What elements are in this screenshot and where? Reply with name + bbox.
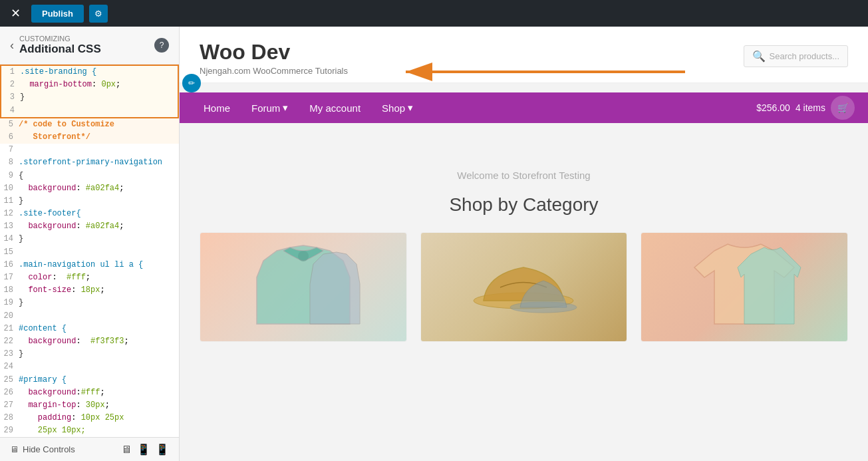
code-line-3: 3 } xyxy=(1,91,178,104)
sidebar-bottom: 🖥 Hide Controls 🖥 📱 📱 xyxy=(0,437,179,461)
code-line-20: 20 xyxy=(0,310,179,323)
tablet-preview-button[interactable]: 📱 xyxy=(137,443,150,456)
main-layout: ‹ Customizing Additional CSS ? 1 .site-b… xyxy=(0,27,868,461)
code-line-1: 1 .site-branding { xyxy=(1,66,178,78)
code-line-27: 27 margin-top: 30px; xyxy=(0,399,179,412)
publish-button[interactable]: Publish xyxy=(31,5,84,23)
code-line-19: 19 } xyxy=(0,297,179,309)
help-button[interactable]: ? xyxy=(154,38,169,53)
code-line-28: 28 padding: 10px 25px xyxy=(0,412,179,424)
code-line-9: 9 { xyxy=(0,170,179,182)
search-placeholder: Search products... xyxy=(770,51,840,61)
arrow-annotation xyxy=(386,52,705,94)
site-branding: Woo Dev Njengah.com WooCommerce Tutorial… xyxy=(200,40,348,76)
customizing-label: Customizing xyxy=(19,35,101,43)
code-line-11: 11 } xyxy=(0,195,179,208)
code-line-13: 13 background: #a02fa4; xyxy=(0,220,179,233)
code-line-14: 14 } xyxy=(0,233,179,245)
code-line-12: 12 .site-footer{ xyxy=(0,208,179,220)
product-card-3[interactable] xyxy=(641,232,848,342)
edit-pencil-button[interactable]: ✏ xyxy=(182,74,201,92)
nav-links: Home Forum ▾ My account Shop ▾ xyxy=(193,92,424,123)
code-line-7: 7 xyxy=(0,144,179,156)
nav-link-home[interactable]: Home xyxy=(193,93,241,123)
code-line-23: 23 } xyxy=(0,348,179,361)
code-line-2: 2 margin-bottom: 0px; xyxy=(1,78,178,91)
search-icon: 🔍 xyxy=(752,50,766,63)
svg-point-1 xyxy=(298,251,309,261)
site-content: Welcome to Storefront Testing Shop by Ca… xyxy=(180,123,868,362)
code-line-18: 18 font-size: 18px; xyxy=(0,284,179,297)
code-normal-block: 5 /* code to Customize 6 Storefront*/ 7 … xyxy=(0,118,179,437)
code-line-22: 22 background: #f3f3f3; xyxy=(0,335,179,348)
code-line-24: 24 xyxy=(0,361,179,373)
code-line-29: 29 25px 10px; xyxy=(0,424,179,437)
code-line-5: 5 /* code to Customize xyxy=(0,118,179,131)
nav-link-forum[interactable]: Forum ▾ xyxy=(241,92,299,123)
code-highlighted-block: 1 .site-branding { 2 margin-bottom: 0px;… xyxy=(0,65,179,118)
welcome-text: Welcome to Storefront Testing xyxy=(200,143,848,194)
code-line-8: 8 .storefront-primary-navigation xyxy=(0,156,179,169)
gear-button[interactable]: ⚙ xyxy=(89,5,108,23)
nav-link-shop[interactable]: Shop ▾ xyxy=(371,92,424,123)
code-line-17: 17 color: #fff; xyxy=(0,271,179,284)
hide-controls-button[interactable]: 🖥 Hide Controls xyxy=(10,444,75,454)
nav-link-myaccount[interactable]: My account xyxy=(299,93,371,123)
sidebar: ‹ Customizing Additional CSS ? 1 .site-b… xyxy=(0,27,180,461)
site-nav: Home Forum ▾ My account Shop ▾ $256.00 4… xyxy=(180,92,868,123)
code-editor[interactable]: 1 .site-branding { 2 margin-bottom: 0px;… xyxy=(0,65,179,437)
code-line-4: 4 xyxy=(1,104,178,117)
shop-heading: Shop by Category xyxy=(200,194,848,216)
top-bar: ✕ Publish ⚙ xyxy=(0,0,868,27)
product-card-img-3 xyxy=(641,233,847,341)
header-search[interactable]: 🔍 Search products... xyxy=(744,45,849,67)
site-title: Woo Dev xyxy=(200,40,348,65)
monitor-icon: 🖥 xyxy=(10,444,19,454)
product-card-img-1 xyxy=(200,233,406,341)
sidebar-header-left: ‹ Customizing Additional CSS xyxy=(10,35,101,56)
site-tagline: Njengah.com WooCommerce Tutorials xyxy=(200,66,348,76)
code-line-25: 25 #primary { xyxy=(0,374,179,386)
product-card-2[interactable] xyxy=(420,232,628,342)
cart-price: $256.00 xyxy=(756,102,790,113)
product-grid xyxy=(200,232,848,342)
code-line-15: 15 xyxy=(0,246,179,259)
cart-area: $256.00 4 items 🛒 xyxy=(756,96,855,120)
forum-dropdown-icon: ▾ xyxy=(283,102,288,114)
back-button[interactable]: ‹ xyxy=(10,39,14,53)
code-line-6: 6 Storefront*/ xyxy=(0,131,179,144)
desktop-preview-button[interactable]: 🖥 xyxy=(121,443,132,456)
hide-controls-label: Hide Controls xyxy=(23,444,75,454)
product-card-img-2 xyxy=(421,233,627,341)
sidebar-title: Additional CSS xyxy=(19,43,101,56)
code-line-16: 16 .main-navigation ul li a { xyxy=(0,259,179,271)
preview-icons: 🖥 📱 📱 xyxy=(121,443,169,456)
preview-pane: Woo Dev Njengah.com WooCommerce Tutorial… xyxy=(180,27,868,461)
product-card-1[interactable] xyxy=(200,232,407,342)
sidebar-title-group: Customizing Additional CSS xyxy=(19,35,101,56)
close-button[interactable]: ✕ xyxy=(5,3,26,23)
cart-icon-button[interactable]: 🛒 xyxy=(831,96,855,120)
shop-dropdown-icon: ▾ xyxy=(408,102,413,114)
shop-heading-text: Shop by Category xyxy=(449,194,598,215)
mobile-preview-button[interactable]: 📱 xyxy=(156,443,169,456)
code-line-26: 26 background:#fff; xyxy=(0,386,179,399)
cart-items: 4 items xyxy=(796,102,825,113)
sidebar-header: ‹ Customizing Additional CSS ? xyxy=(0,27,179,65)
code-line-10: 10 background: #a02fa4; xyxy=(0,182,179,195)
cart-icon: 🛒 xyxy=(837,102,849,113)
code-line-21: 21 #content { xyxy=(0,323,179,335)
